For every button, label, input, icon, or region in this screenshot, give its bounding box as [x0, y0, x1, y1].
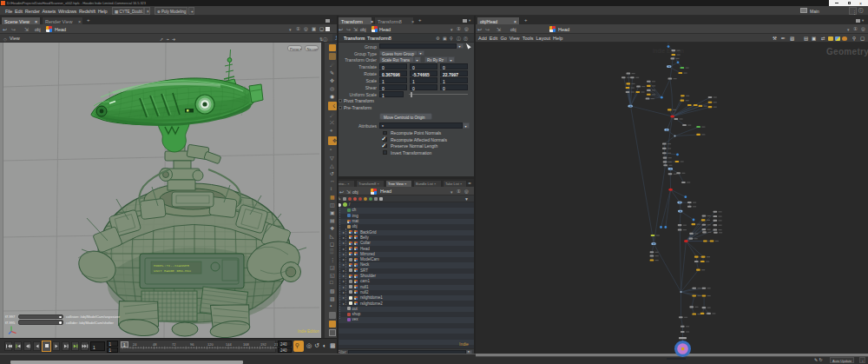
svg-text:MODEL:TI--SCANNER: MODEL:TI--SCANNER — [154, 264, 189, 268]
svg-text:UNIT RANGE BRD-MKX: UNIT RANGE BRD-MKX — [154, 269, 192, 273]
